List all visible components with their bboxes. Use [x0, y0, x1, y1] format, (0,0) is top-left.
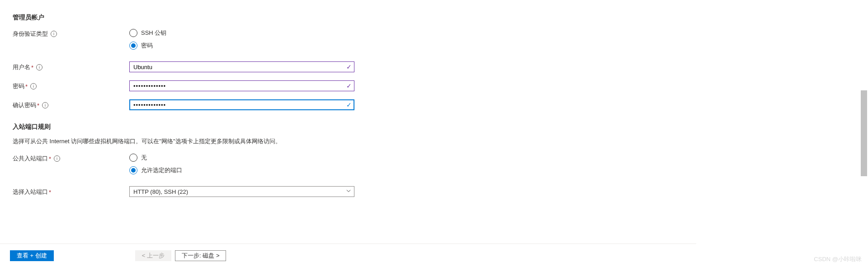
select-ports-dropdown[interactable]: HTTP (80), SSH (22): [129, 186, 354, 197]
chevron-down-icon: [346, 188, 351, 195]
ports-none-radio[interactable]: 无: [129, 153, 354, 163]
select-ports-label-col: 选择入站端口 *: [13, 186, 129, 197]
next-button[interactable]: 下一步: 磁盘 >: [175, 250, 226, 261]
radio-icon: [129, 42, 137, 50]
info-icon[interactable]: i: [42, 102, 48, 108]
public-ports-field: 无 允许选定的端口: [129, 153, 354, 178]
radio-icon: [129, 29, 137, 37]
public-ports-label-col: 公共入站端口 * i: [13, 153, 129, 164]
password-field: ✓: [129, 80, 354, 91]
confirm-label: 确认密码: [13, 101, 36, 109]
password-input[interactable]: [129, 80, 354, 91]
confirm-input-wrap: ✓: [129, 99, 354, 110]
required-mark: *: [31, 64, 33, 71]
select-ports-label: 选择入站端口: [13, 188, 48, 196]
form-content: 管理员帐户 身份验证类型 i SSH 公钥 密码 用户名 * i ✓: [0, 0, 692, 197]
public-ports-row: 公共入站端口 * i 无 允许选定的端口: [13, 153, 692, 178]
auth-password-radio[interactable]: 密码: [129, 41, 354, 51]
auth-type-field: SSH 公钥 密码: [129, 28, 354, 53]
info-icon[interactable]: i: [51, 31, 57, 37]
inbound-section-title: 入站端口规则: [13, 123, 692, 131]
admin-section-title: 管理员帐户: [13, 14, 692, 22]
username-row: 用户名 * i ✓: [13, 61, 692, 72]
password-label-col: 密码 * i: [13, 80, 129, 91]
username-input[interactable]: [129, 61, 354, 72]
auth-type-label-col: 身份验证类型 i: [13, 28, 129, 39]
password-input-wrap: ✓: [129, 80, 354, 91]
required-mark: *: [37, 102, 39, 109]
confirm-input[interactable]: [129, 99, 354, 110]
info-icon[interactable]: i: [54, 155, 60, 162]
watermark-text: CSDN @小咔啦咪: [814, 255, 862, 263]
inbound-description: 选择可从公共 Internet 访问哪些虚拟机网络端口。可以在"网络"选项卡上指…: [13, 137, 692, 145]
required-mark: *: [49, 189, 51, 196]
auth-ssh-radio[interactable]: SSH 公钥: [129, 28, 354, 38]
info-icon[interactable]: i: [36, 64, 42, 70]
username-field: ✓: [129, 61, 354, 72]
info-icon[interactable]: i: [30, 83, 37, 89]
confirm-row: 确认密码 * i ✓: [13, 99, 692, 110]
ports-none-label: 无: [141, 154, 147, 162]
username-input-wrap: ✓: [129, 61, 354, 72]
auth-type-row: 身份验证类型 i SSH 公钥 密码: [13, 28, 692, 53]
ports-allow-label: 允许选定的端口: [141, 166, 182, 174]
required-mark: *: [25, 83, 28, 90]
select-ports-value: HTTP (80), SSH (22): [133, 188, 188, 195]
wizard-footer: 查看 + 创建 < 上一步 下一步: 磁盘 >: [0, 244, 696, 267]
confirm-field: ✓: [129, 99, 354, 110]
ports-allow-radio[interactable]: 允许选定的端口: [129, 165, 354, 175]
scrollbar-thumb[interactable]: [861, 90, 867, 176]
prev-button: < 上一步: [135, 250, 171, 261]
select-ports-row: 选择入站端口 * HTTP (80), SSH (22): [13, 186, 692, 197]
radio-icon: [129, 166, 137, 174]
select-ports-field: HTTP (80), SSH (22): [129, 186, 354, 197]
auth-type-label: 身份验证类型: [13, 30, 48, 38]
review-create-button[interactable]: 查看 + 创建: [10, 250, 54, 261]
confirm-label-col: 确认密码 * i: [13, 99, 129, 110]
password-label: 密码: [13, 82, 24, 90]
password-row: 密码 * i ✓: [13, 80, 692, 91]
required-mark: *: [49, 155, 51, 162]
radio-icon: [129, 154, 137, 162]
auth-password-label: 密码: [141, 42, 153, 50]
username-label-col: 用户名 * i: [13, 61, 129, 72]
username-label: 用户名: [13, 63, 30, 71]
public-ports-label: 公共入站端口: [13, 155, 48, 163]
auth-ssh-label: SSH 公钥: [141, 29, 166, 37]
